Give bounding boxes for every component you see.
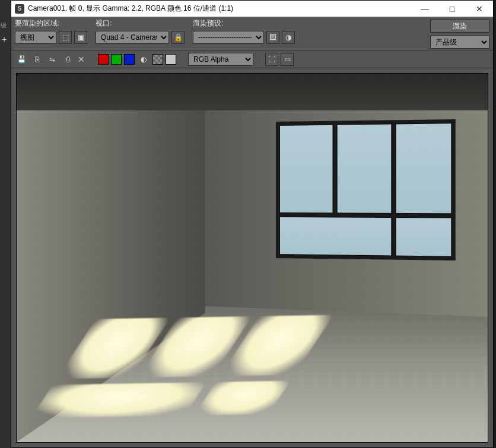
- preset-image-icon[interactable]: 🖼: [266, 31, 279, 44]
- preset-group: 渲染预设: ----------------------- 🖼 ◑: [193, 18, 295, 45]
- bg-plus-icon: +: [2, 34, 7, 44]
- area-group: 要渲染的区域: 视图 ⬚ ▣: [15, 18, 87, 45]
- image-toolbar: 💾 ⎘ ⇋ ⎙ ✕ ◐ RGB Alpha ⛶ ▭: [11, 50, 493, 68]
- minimize-button[interactable]: —: [411, 1, 438, 17]
- titlebar: S Camera001, 帧 0, 显示 Gamma: 2.2, RGBA 颜色…: [11, 1, 493, 17]
- close-button[interactable]: ✕: [466, 1, 493, 17]
- render-frame-window: S Camera001, 帧 0, 显示 Gamma: 2.2, RGBA 颜色…: [11, 0, 494, 448]
- region-window-icon[interactable]: ⬚: [59, 31, 72, 44]
- window-pane: [395, 217, 452, 256]
- preset-select[interactable]: -----------------------: [193, 31, 264, 44]
- production-select[interactable]: 产品级: [430, 36, 489, 49]
- window-pane: [336, 123, 392, 213]
- bg-text: 级: [1, 21, 7, 30]
- render-group: 渲染 产品级: [430, 18, 489, 49]
- red-channel-swatch[interactable]: [98, 54, 109, 65]
- window-pane: [279, 216, 392, 256]
- print-icon[interactable]: ⎙: [61, 53, 74, 66]
- window-pane: [279, 124, 333, 212]
- fit-icon[interactable]: ⛶: [265, 53, 278, 66]
- green-channel-swatch[interactable]: [111, 54, 122, 65]
- render-button[interactable]: 渲染: [430, 20, 489, 33]
- maximize-button[interactable]: □: [438, 1, 466, 17]
- viewport-label: 视口:: [96, 18, 185, 28]
- main-toolbar: 要渲染的区域: 视图 ⬚ ▣ 视口: Quad 4 - Camera0 🔒 渲染…: [11, 17, 493, 50]
- scene-window: [276, 119, 455, 260]
- area-label: 要渲染的区域:: [15, 18, 87, 28]
- lock-icon[interactable]: 🔒: [171, 31, 185, 44]
- save-icon[interactable]: 💾: [15, 53, 28, 66]
- scene-ceiling: [17, 74, 488, 110]
- preset-label: 渲染预设:: [193, 18, 295, 28]
- region-crop-icon[interactable]: ▣: [74, 31, 87, 44]
- viewport-select[interactable]: Quad 4 - Camera0: [96, 31, 169, 44]
- viewport-frame: [11, 68, 493, 447]
- channel-select[interactable]: RGB Alpha: [188, 53, 253, 66]
- clear-icon[interactable]: ✕: [77, 55, 86, 64]
- window-pane: [395, 123, 452, 214]
- mono-channel-swatch[interactable]: [166, 54, 176, 65]
- actual-size-icon[interactable]: ▭: [281, 53, 294, 66]
- rendered-image: [17, 74, 488, 442]
- window-title: Camera001, 帧 0, 显示 Gamma: 2.2, RGBA 颜色 1…: [28, 4, 411, 14]
- app-icon: S: [15, 4, 24, 14]
- contrast-icon[interactable]: ◐: [137, 53, 150, 66]
- viewport-group: 视口: Quad 4 - Camera0 🔒: [96, 18, 185, 45]
- clone-icon[interactable]: ⇋: [46, 53, 59, 66]
- alpha-channel-swatch[interactable]: [152, 54, 163, 65]
- area-select[interactable]: 视图: [15, 31, 56, 44]
- background-app-sliver: 级 +: [0, 0, 11, 448]
- preset-env-icon[interactable]: ◑: [282, 31, 295, 44]
- blue-channel-swatch[interactable]: [124, 54, 135, 65]
- copy-icon[interactable]: ⎘: [30, 53, 43, 66]
- render-viewport[interactable]: [16, 73, 488, 443]
